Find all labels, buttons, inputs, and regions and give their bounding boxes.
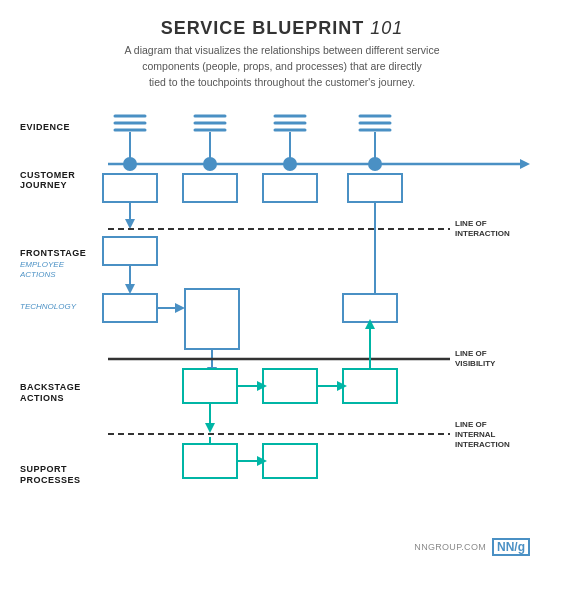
footer: NNGROUP.COM NN/g [414, 538, 530, 556]
line-visibility-text-1: LINE OF [455, 349, 487, 358]
support-label-1: SUPPORT [20, 464, 67, 474]
support-box-1 [183, 444, 237, 478]
employee-actions-label: EMPLOYEE [20, 260, 65, 269]
arrow-right-tech [175, 303, 185, 313]
arrow-down-bs1 [205, 423, 215, 433]
backstage-box-3 [343, 369, 397, 403]
journey-box-3 [263, 174, 317, 202]
footer-logo: NN/g [492, 538, 530, 556]
subtitle: A diagram that visualizes the relationsh… [20, 43, 544, 90]
tech-box-right [343, 294, 397, 322]
line-interaction-text-2: INTERACTION [455, 229, 510, 238]
support-box-2 [263, 444, 317, 478]
journey-label-2: JOURNEY [20, 180, 67, 190]
backstage-label-1: BACKSTAGE [20, 382, 81, 392]
line-internal-text-1: LINE OF [455, 420, 487, 429]
footer-url: NNGROUP.COM [414, 542, 486, 552]
diagram: EVIDENCE CUSTOMER JOURNE [20, 104, 544, 564]
tech-box-2 [185, 289, 239, 349]
dot-4 [368, 157, 382, 171]
title-main: SERVICE BLUEPRINT [161, 18, 365, 38]
title-italic: 101 [364, 18, 403, 38]
support-label-2: PROCESSES [20, 475, 81, 485]
backstage-label-2: ACTIONS [20, 393, 64, 403]
journey-box-1 [103, 174, 157, 202]
tech-box-1 [103, 294, 157, 322]
page: SERVICE BLUEPRINT 101 A diagram that vis… [0, 0, 564, 600]
journey-label-1: CUSTOMER [20, 170, 75, 180]
journey-box-4 [348, 174, 402, 202]
page-title: SERVICE BLUEPRINT 101 [20, 18, 544, 39]
technology-label: TECHNOLOGY [20, 302, 77, 311]
line-internal-text-3: INTERACTION [455, 440, 510, 449]
arrow-down-fs [125, 284, 135, 294]
backstage-box-1 [183, 369, 237, 403]
line-interaction-text-1: LINE OF [455, 219, 487, 228]
dot-3 [283, 157, 297, 171]
dot-1 [123, 157, 137, 171]
frontstage-box [103, 237, 157, 265]
arrow-down-j1 [125, 219, 135, 229]
line-visibility-text-2: VISIBILITY [455, 359, 496, 368]
employee-actions-label2: ACTIONS [20, 270, 56, 279]
journey-box-2 [183, 174, 237, 202]
diagram-svg: EVIDENCE CUSTOMER JOURNE [20, 104, 544, 559]
evidence-label: EVIDENCE [20, 122, 70, 132]
journey-arrow [520, 159, 530, 169]
backstage-box-2 [263, 369, 317, 403]
line-internal-text-2: INTERNAL [455, 430, 496, 439]
dot-2 [203, 157, 217, 171]
frontstage-label: FRONTSTAGE [20, 248, 86, 258]
